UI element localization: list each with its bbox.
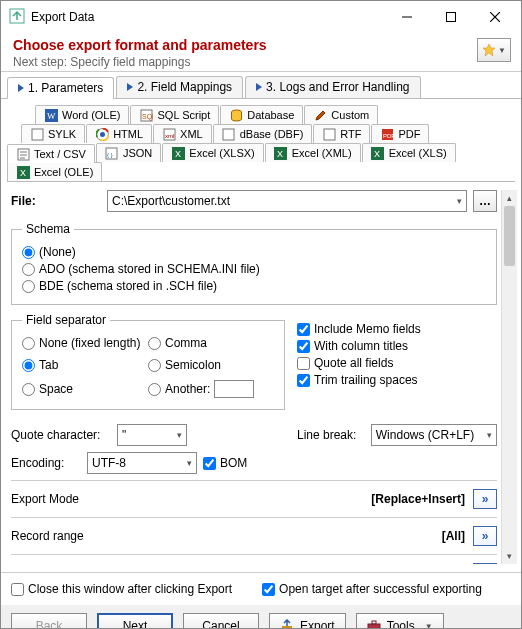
cancel-button[interactable]: Cancel [183, 613, 259, 629]
pencil-icon [313, 108, 327, 122]
next-button[interactable]: Next [97, 613, 173, 629]
close-button[interactable] [473, 3, 517, 31]
excel-icon: X [171, 146, 185, 160]
favorites-button[interactable]: ▼ [477, 38, 511, 62]
scroll-up-icon[interactable]: ▴ [502, 190, 517, 206]
fmt-tab-custom[interactable]: Custom [304, 105, 378, 124]
fmt-tab-excel-xls[interactable]: XExcel (XLS) [362, 143, 456, 162]
chevron-down-icon: ▾ [457, 196, 462, 206]
schema-ado[interactable]: ADO (schema stored in SCHEMA.INI file) [22, 262, 486, 276]
file-path-value: C:\Export\customer.txt [112, 194, 230, 208]
fmt-tab-word-ole[interactable]: WWord (OLE) [35, 105, 129, 124]
svg-rect-35 [368, 624, 380, 629]
database-icon [229, 108, 243, 122]
fmt-tab-json[interactable]: { }JSON [96, 143, 161, 162]
chk-include-memo[interactable]: Include Memo fields [297, 322, 497, 336]
wizard-tabs: 1. Parameters 2. Field Mappings 3. Logs … [1, 72, 521, 99]
chk-bom[interactable]: BOM [203, 456, 247, 470]
fmt-tab-html[interactable]: HTML [86, 124, 152, 143]
excel-icon: X [274, 146, 288, 160]
chevron-down-icon: ▾ [487, 430, 492, 440]
schema-group: Schema (None) ADO (schema stored in SCHE… [11, 222, 497, 305]
footer-buttons: Back Next Cancel Export Tools ▼ [1, 605, 521, 629]
fmt-tab-rtf[interactable]: RTF [313, 124, 370, 143]
fmt-tab-pdf[interactable]: PDFPDF [371, 124, 429, 143]
pdf-icon: PDF [380, 127, 394, 141]
chevron-down-icon: ▾ [177, 430, 182, 440]
sep-another[interactable]: Another: [148, 380, 274, 398]
scroll-thumb[interactable] [504, 206, 515, 266]
sep-another-input[interactable] [214, 380, 254, 398]
svg-marker-5 [483, 44, 495, 56]
tools-button[interactable]: Tools ▼ [356, 613, 444, 629]
linebreak-combo[interactable]: Windows (CR+LF)▾ [371, 424, 497, 446]
chk-trim-trailing[interactable]: Trim trailing spaces [297, 373, 497, 387]
expand-export-mode[interactable]: » [473, 489, 497, 509]
expand-column-range[interactable]: » [473, 563, 497, 564]
fmt-tab-sylk[interactable]: SYLK [21, 124, 85, 143]
fmt-tab-excel-xml[interactable]: XExcel (XML) [265, 143, 361, 162]
json-icon: { } [105, 146, 119, 160]
encoding-combo[interactable]: UTF-8▾ [87, 452, 197, 474]
export-icon [280, 619, 294, 629]
fmt-tab-text-csv[interactable]: Text / CSV [7, 144, 95, 163]
tab-logs-errors[interactable]: 3. Logs and Error Handling [245, 76, 420, 98]
expand-record-range[interactable]: » [473, 526, 497, 546]
separator-legend: Field separator [22, 313, 110, 327]
sep-none[interactable]: None (fixed length) [22, 336, 148, 350]
rtf-icon [322, 127, 336, 141]
sep-tab[interactable]: Tab [22, 358, 148, 372]
chk-open-target[interactable]: Open target after successful exporting [262, 582, 482, 596]
fmt-tab-dbase[interactable]: dBase (DBF) [213, 124, 313, 143]
chk-quote-all[interactable]: Quote all fields [297, 356, 497, 370]
chevron-down-icon: ▼ [425, 622, 433, 630]
back-button[interactable]: Back [11, 613, 87, 629]
chrome-icon [95, 127, 109, 141]
schema-bde[interactable]: BDE (schema stored in .SCH file) [22, 279, 486, 293]
word-icon: W [44, 108, 58, 122]
sylk-icon [30, 127, 44, 141]
export-mode-value: [Replace+Insert] [371, 492, 465, 506]
chk-close-after[interactable]: Close this window after clicking Export [11, 582, 232, 596]
schema-none[interactable]: (None) [22, 245, 486, 259]
collapsible-export-mode: Export Mode [Replace+Insert] » [11, 480, 497, 517]
tab-field-mappings[interactable]: 2. Field Mappings [116, 76, 243, 98]
window-title: Export Data [31, 10, 385, 24]
svg-text:SQL: SQL [142, 113, 153, 121]
quote-combo[interactable]: "▾ [117, 424, 187, 446]
fmt-tab-excel-ole[interactable]: XExcel (OLE) [7, 162, 102, 181]
chk-column-titles[interactable]: With column titles [297, 339, 497, 353]
collapsible-record-range: Record range [All] » [11, 517, 497, 554]
sep-space[interactable]: Space [22, 380, 148, 398]
minimize-button[interactable] [385, 3, 429, 31]
sep-semicolon[interactable]: Semicolon [148, 358, 274, 372]
arrow-right-icon [18, 84, 24, 92]
vertical-scrollbar[interactable]: ▴ ▾ [501, 190, 517, 564]
maximize-button[interactable] [429, 3, 473, 31]
sep-comma[interactable]: Comma [148, 336, 274, 350]
quote-label: Quote character: [11, 428, 111, 442]
file-browse-button[interactable]: … [473, 190, 497, 212]
excel-icon: X [16, 165, 30, 179]
tab-label: 3. Logs and Error Handling [266, 80, 409, 94]
scroll-down-icon[interactable]: ▾ [502, 548, 517, 564]
fmt-tab-xml[interactable]: xmlXML [153, 124, 212, 143]
fmt-tab-excel-xlsx[interactable]: XExcel (XLSX) [162, 143, 263, 162]
titlebar: Export Data [1, 1, 521, 33]
export-button[interactable]: Export [269, 613, 346, 629]
encoding-label: Encoding: [11, 456, 81, 470]
tab-label: 2. Field Mappings [137, 80, 232, 94]
svg-rect-16 [223, 129, 234, 140]
tab-parameters[interactable]: 1. Parameters [7, 77, 114, 99]
text-icon [16, 147, 30, 161]
svg-rect-17 [324, 129, 335, 140]
file-path-combo[interactable]: C:\Export\customer.txt ▾ [107, 190, 467, 212]
fmt-tab-database[interactable]: Database [220, 105, 303, 124]
app-icon [9, 8, 25, 27]
separator-group: Field separator None (fixed length) Comm… [11, 313, 285, 410]
tab-label: 1. Parameters [28, 81, 103, 95]
svg-text:xml: xml [165, 133, 174, 139]
arrow-right-icon [127, 83, 133, 91]
fmt-tab-sql-script[interactable]: SQLSQL Script [130, 105, 219, 124]
svg-text:X: X [374, 149, 380, 159]
